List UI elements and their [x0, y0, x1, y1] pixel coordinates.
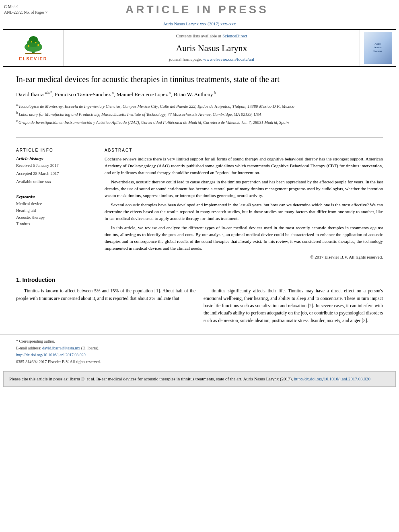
available-online: Available online xxx [16, 179, 97, 185]
footnotes: * Corresponding author. E-mail address: … [0, 335, 399, 367]
top-bar: G Model ANL-2272; No. of Pages 7 ARTICLE… [0, 0, 399, 19]
journal-homepage: journal homepage: www.elsevier.com/locat… [169, 56, 254, 62]
intro-right-para: tinnitus significantly affects their lif… [204, 287, 383, 324]
intro-left-para: Tinnitus is known to affect between 5% a… [16, 287, 195, 302]
journal-name: Auris Nasus Larynx [176, 42, 247, 55]
abstract-para-4: In this article, we review and analyze t… [105, 224, 383, 252]
keyword-4: Tinnitus [16, 221, 97, 228]
citation-box: Please cite this article in press as: Ib… [3, 371, 396, 387]
keywords-label: Keywords: [16, 194, 97, 200]
abstract-text: Cochrane reviews indicate there is very … [105, 156, 383, 252]
history-label: Article history: [16, 156, 97, 162]
abstract-col: ABSTRACT Cochrane reviews indicate there… [105, 145, 383, 261]
model-label: G Model [4, 4, 47, 10]
email-footnote: E-mail address: david.ibarra@itesm.mx (D… [16, 345, 383, 351]
divider-2 [16, 268, 383, 268]
journal-citation-text: Auris Nasus Larynx xxx (2017) xxx–xxx [163, 21, 236, 26]
article-in-press-banner: ARTICLE IN PRESS [47, 2, 347, 17]
article-info-title: ARTICLE INFO [16, 148, 97, 153]
svg-point-6 [37, 44, 39, 46]
elsevier-tree-icon [17, 33, 49, 55]
journal-citation: Auris Nasus Larynx xxx (2017) xxx–xxx [0, 19, 399, 29]
intro-right: tinnitus significantly affects their lif… [204, 287, 383, 327]
author-sup-c2: c [169, 90, 171, 94]
contents-available: Contents lists available at ScienceDirec… [176, 33, 247, 39]
svg-point-5 [28, 45, 29, 47]
intro-two-col: Tinnitus is known to affect between 5% a… [16, 287, 383, 327]
journal-header: ELSEVIER Contents lists available at Sci… [3, 29, 396, 67]
copyright: © 2017 Elsevier B.V. All rights reserved… [105, 254, 383, 260]
journal-thumb-box: Auris Nasus Larynx [364, 32, 392, 64]
affiliation-c: cGrupo de Investigación en Instrumentaci… [16, 118, 383, 125]
keyword-1: Medical device [16, 201, 97, 207]
article-title: In-ear medical devices for acoustic ther… [16, 74, 383, 84]
authors: David Ibarra a,b,*, Francisco Tavira-San… [16, 90, 383, 98]
abstract-para-3: Several acoustic therapies have been dev… [105, 201, 383, 222]
doi-link[interactable]: http://dx.doi.org/10.1016/j.anl.2017.03.… [16, 353, 86, 357]
author-sup-c1: c [112, 90, 114, 94]
svg-point-7 [31, 41, 32, 43]
abstract-title: ABSTRACT [105, 148, 383, 153]
model-info: G Model ANL-2272; No. of Pages 7 [4, 4, 47, 15]
sciencedirect-link[interactable]: ScienceDirect [222, 33, 247, 38]
intro-left: Tinnitus is known to affect between 5% a… [16, 287, 195, 327]
svg-point-4 [29, 36, 38, 43]
received-date: Received 6 January 2017 [16, 162, 97, 169]
article-in-press-text: ARTICLE IN PRESS [125, 3, 269, 16]
body-content: 1. Introduction Tinnitus is known to aff… [0, 272, 399, 332]
citation-doi-link[interactable]: http://dx.doi.org/10.1016/j.anl.2017.03.… [294, 376, 370, 381]
journal-thumbnail: Auris Nasus Larynx [360, 30, 396, 66]
article-id: ANL-2272; No. of Pages 7 [4, 10, 47, 15]
article-title-section: In-ear medical devices for acoustic ther… [0, 67, 399, 133]
doi-footnote: http://dx.doi.org/10.1016/j.anl.2017.03.… [16, 352, 383, 358]
elsevier-logo: ELSEVIER [3, 30, 64, 66]
abstract-para-1: Cochrane reviews indicate there is very … [105, 156, 383, 176]
author-sup-a: a,b,* [45, 90, 52, 94]
homepage-link[interactable]: www.elsevier.com/locate/anl [203, 57, 254, 62]
info-abstract-section: ARTICLE INFO Article history: Received 6… [0, 142, 399, 264]
accepted-date: Accepted 28 March 2017 [16, 170, 97, 177]
citation-text: Please cite this article in press as: Ib… [9, 376, 293, 381]
corresponding-author: * Corresponding author. [16, 338, 383, 344]
svg-rect-1 [25, 53, 41, 54]
keyword-2: Hearing aid [16, 207, 97, 214]
intro-title: 1. Introduction [16, 276, 383, 284]
affiliation-a: aTecnológico de Monterrey, Escuela de In… [16, 102, 383, 109]
issn-line: 0385-8146/© 2017 Elsevier B.V. All right… [16, 359, 383, 365]
article-info-col: ARTICLE INFO Article history: Received 6… [16, 145, 97, 261]
svg-point-8 [35, 42, 36, 43]
divider-1 [16, 137, 383, 138]
keyword-3: Acoustic therapy [16, 214, 97, 221]
journal-center: Contents lists available at ScienceDirec… [64, 30, 360, 66]
affiliations: aTecnológico de Monterrey, Escuela de In… [16, 102, 383, 126]
email-link[interactable]: david.ibarra@itesm.mx [42, 346, 80, 350]
author-sup-b: b [214, 90, 216, 94]
abstract-para-2: Nevertheless, acoustic therapy could lea… [105, 179, 383, 199]
elsevier-label: ELSEVIER [19, 56, 47, 62]
page: G Model ANL-2272; No. of Pages 7 ARTICLE… [0, 0, 399, 532]
affiliation-b: bLaboratory for Manufacturing and Produc… [16, 110, 383, 117]
